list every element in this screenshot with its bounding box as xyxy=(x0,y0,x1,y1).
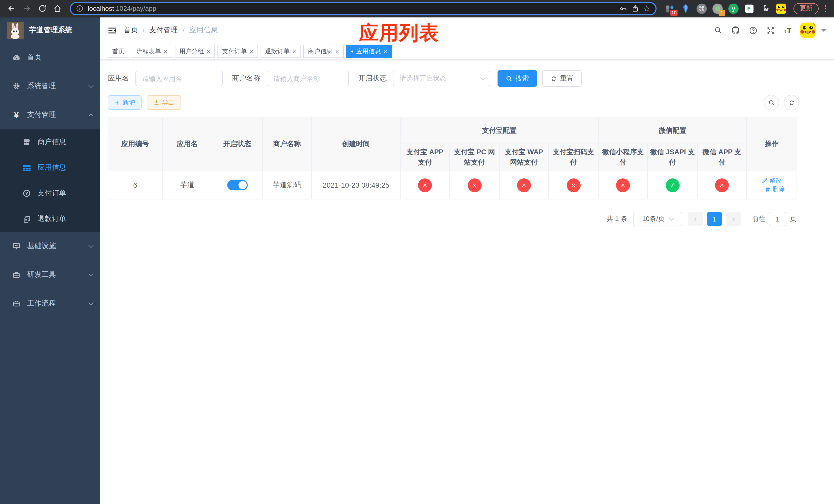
edit-link-label: 修改 xyxy=(769,176,782,185)
tab-close-icon[interactable]: × xyxy=(163,48,168,54)
edit-pen-icon xyxy=(762,177,768,184)
page-size-select[interactable]: 10条/页 xyxy=(633,212,682,226)
extension-badge: 10 xyxy=(671,9,678,16)
sidebar-item-pay-order[interactable]: ¥ 支付订单 xyxy=(0,181,100,206)
prev-page-button[interactable]: ‹ xyxy=(688,212,703,226)
group-header-wechat: 微信配置 xyxy=(598,117,747,144)
app-name-input[interactable] xyxy=(135,71,223,86)
extension-grid-icon[interactable]: 10 xyxy=(665,3,675,14)
status-select[interactable]: 请选择开启状态 xyxy=(393,71,490,86)
monitor-icon xyxy=(10,242,23,250)
browser-home-button[interactable] xyxy=(51,2,64,15)
font-size-icon[interactable]: TT xyxy=(784,26,791,35)
extension-gem-icon[interactable] xyxy=(681,3,691,14)
col-header-alipay-app: 支付宝 APP 支付 xyxy=(400,144,449,171)
enabled-status-icon: ✓ xyxy=(665,178,679,192)
cell-alipay-wap: × xyxy=(499,171,549,199)
tab-app-info-active[interactable]: ●应用信息× xyxy=(346,45,392,58)
tab-merchant-info[interactable]: 商户信息× xyxy=(303,45,344,58)
tab-home[interactable]: 首页 xyxy=(108,45,129,58)
reset-button[interactable]: 重置 xyxy=(542,70,581,87)
tab-user-group[interactable]: 用户分组× xyxy=(175,45,215,58)
filter-form: 应用名 商户名称 开启状态 请选择开启状态 搜索 xyxy=(108,70,799,87)
cell-created: 2021-10-23 08:49:25 xyxy=(312,171,400,199)
sidebar-item-merchant-info[interactable]: 商户信息 xyxy=(0,129,100,155)
tab-close-icon[interactable]: × xyxy=(383,48,387,54)
share-icon[interactable] xyxy=(631,5,639,12)
sidebar-item-system[interactable]: 系统管理 xyxy=(0,72,100,100)
sidebar-fold-button[interactable] xyxy=(108,26,116,35)
extension-chat-icon[interactable] xyxy=(744,3,754,14)
page-number-1[interactable]: 1 xyxy=(707,212,722,226)
next-page-button[interactable]: › xyxy=(726,212,741,226)
refresh-table-button[interactable] xyxy=(784,95,799,110)
add-button[interactable]: 新增 xyxy=(108,95,141,110)
sidebar-item-workflow[interactable]: 工作流程 xyxy=(0,289,100,318)
browser-forward-button[interactable] xyxy=(21,2,33,15)
tab-close-icon[interactable]: × xyxy=(249,48,253,54)
fold-icon xyxy=(108,26,116,35)
disabled-status-icon: × xyxy=(418,178,432,192)
search-button[interactable]: 搜索 xyxy=(498,70,537,87)
browser-back-button[interactable] xyxy=(5,2,18,15)
cell-merchant: 芋道源码 xyxy=(262,171,312,199)
update-label: 更新 xyxy=(799,4,812,13)
col-header-status: 开启状态 xyxy=(212,117,262,171)
breadcrumb: 首页 / 支付管理 / 应用信息 xyxy=(124,26,218,35)
breadcrumb-home[interactable]: 首页 xyxy=(124,26,138,35)
search-icon xyxy=(506,75,512,82)
avatar-caret-icon[interactable] xyxy=(821,29,826,31)
delete-link[interactable]: 删除 xyxy=(765,185,785,194)
browser-address-bar[interactable]: localhost:1024/pay/app ☆ xyxy=(70,2,657,15)
bookmark-star-icon[interactable]: ☆ xyxy=(643,4,650,13)
github-icon[interactable] xyxy=(731,26,740,35)
tab-close-icon[interactable]: × xyxy=(292,48,296,54)
tab-process-form[interactable]: 流程表单× xyxy=(132,45,172,58)
password-key-icon[interactable] xyxy=(619,4,627,13)
shop-icon xyxy=(21,138,33,146)
jumper-input[interactable] xyxy=(769,212,786,226)
extensions-row: 10 ⌘ 1 y xyxy=(663,3,788,14)
sidebar-item-app-info[interactable]: 应用信息 xyxy=(0,155,100,181)
sidebar-item-home[interactable]: 首页 xyxy=(0,43,100,72)
export-button[interactable]: 导出 xyxy=(147,95,181,110)
browser-update-button[interactable]: 更新 xyxy=(793,3,819,14)
sidebar-item-refund-order[interactable]: 退款订单 xyxy=(0,206,100,232)
browser-menu-button[interactable] xyxy=(822,3,829,14)
annotation-text: 应用列表 xyxy=(359,20,439,46)
sidebar-item-infra[interactable]: 基础设施 xyxy=(0,232,100,260)
sidebar-logo[interactable]: 芋道管理系统 xyxy=(0,18,100,43)
search-icon[interactable] xyxy=(714,26,722,35)
toggle-search-button[interactable] xyxy=(764,95,779,110)
col-header-id: 应用编号 xyxy=(108,117,162,171)
tab-refund-order[interactable]: 退款订单× xyxy=(261,45,301,58)
browser-reload-button[interactable] xyxy=(36,2,48,15)
delete-link-label: 删除 xyxy=(772,185,785,194)
tab-close-icon[interactable]: × xyxy=(206,48,210,54)
sidebar-item-payment[interactable]: ¥ 支付管理 xyxy=(0,100,100,129)
extension-yudao-icon[interactable]: y xyxy=(728,3,739,14)
user-avatar[interactable] xyxy=(800,23,815,38)
extension-command-icon[interactable]: ⌘ xyxy=(697,3,707,14)
status-toggle[interactable] xyxy=(227,180,247,190)
extensions-puzzle-icon[interactable] xyxy=(760,3,770,14)
command-glyph: ⌘ xyxy=(697,3,707,14)
arrow-left-icon xyxy=(7,4,16,13)
browser-profile-avatar[interactable] xyxy=(776,3,786,14)
fullscreen-icon[interactable] xyxy=(766,26,775,35)
site-info-icon[interactable] xyxy=(76,5,84,12)
tab-close-icon[interactable]: × xyxy=(335,48,339,54)
breadcrumb-current: 应用信息 xyxy=(189,26,218,35)
table-toolbar: 新增 导出 xyxy=(108,95,799,110)
home-icon xyxy=(53,4,62,13)
sidebar-item-dev-tools[interactable]: 研发工具 xyxy=(0,260,100,289)
extension-recorder-icon[interactable]: 1 xyxy=(712,3,723,14)
chevron-up-icon xyxy=(88,113,94,118)
edit-link[interactable]: 修改 xyxy=(762,176,782,185)
tab-pay-order[interactable]: 支付订单× xyxy=(218,45,258,58)
merchant-name-input[interactable] xyxy=(267,71,349,86)
briefcase-icon xyxy=(10,299,23,307)
help-icon[interactable] xyxy=(749,26,757,35)
sidebar-item-label: 支付订单 xyxy=(38,189,93,198)
disabled-status-icon: × xyxy=(567,178,580,192)
